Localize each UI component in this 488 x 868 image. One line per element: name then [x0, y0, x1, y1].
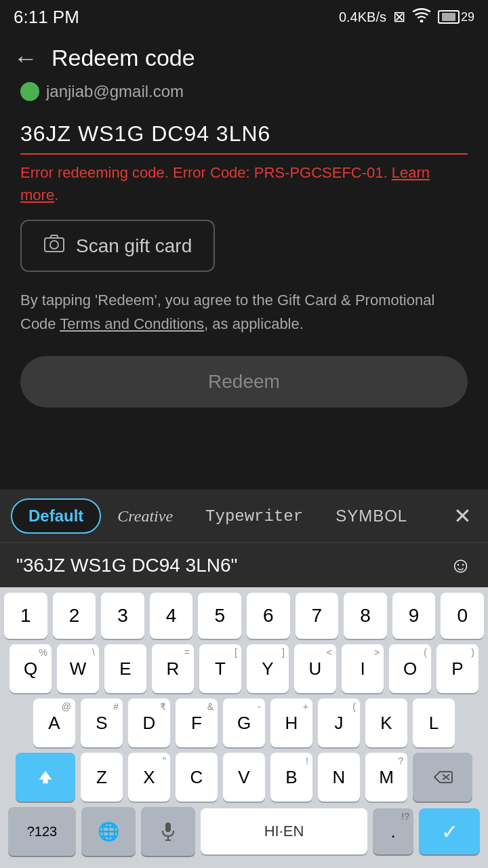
key-e[interactable]: E: [104, 644, 146, 693]
key-r[interactable]: R=: [152, 644, 194, 693]
key-l[interactable]: L: [413, 698, 455, 747]
account-email-row: janjiab@gmail.com: [20, 82, 468, 101]
key-9[interactable]: 9: [392, 593, 436, 639]
key-0[interactable]: 0: [441, 593, 484, 639]
key-q[interactable]: Q%: [9, 644, 52, 693]
scan-button-label: Scan gift card: [76, 235, 192, 257]
mic-key[interactable]: [141, 807, 195, 856]
wifi-icon: [412, 7, 431, 26]
key-x[interactable]: X": [128, 753, 170, 802]
key-a[interactable]: A@: [33, 698, 75, 747]
bottom-key-row: ?123 🌐 HI·EN !? . ✓: [4, 807, 484, 863]
emoji-button[interactable]: ☺: [449, 553, 472, 578]
terms-text: By tapping 'Redeem', you agree to the Gi…: [20, 288, 468, 336]
key-5[interactable]: 5: [198, 593, 241, 639]
signal-icon: ⊠: [393, 8, 405, 26]
number-key-row: 1 2 3 4 5 6 7 8 9 0: [4, 593, 484, 639]
email-text: janjiab@gmail.com: [46, 82, 184, 101]
svg-point-2: [50, 241, 58, 249]
main-content: janjiab@gmail.com Error redeeming code. …: [0, 82, 488, 408]
status-bar: 6:11 PM 0.4KB/s ⊠ 29: [0, 0, 488, 34]
keyboard-body: 1 2 3 4 5 6 7 8 9 0 Q% W\ E R= T[ Y] U< …: [0, 587, 488, 868]
key-d[interactable]: D₹: [128, 698, 170, 747]
scan-gift-card-button[interactable]: Scan gift card: [20, 220, 215, 272]
code-input-container: [20, 115, 468, 155]
key-i[interactable]: I>: [342, 644, 384, 693]
key-8[interactable]: 8: [344, 593, 387, 639]
redeem-code-input[interactable]: [20, 115, 468, 155]
key-h[interactable]: H+: [270, 698, 312, 747]
terms-link[interactable]: Terms and Conditions: [60, 315, 204, 332]
key-j[interactable]: J(: [318, 698, 360, 747]
redeem-button[interactable]: Redeem: [20, 356, 468, 408]
zxcv-key-row: Z X" C V B! N M?: [4, 753, 484, 802]
space-key[interactable]: HI·EN: [201, 808, 367, 854]
network-speed: 0.4KB/s: [339, 9, 386, 25]
qwerty-key-row: Q% W\ E R= T[ Y] U< I> O( P): [4, 644, 484, 693]
google-icon: [20, 82, 39, 101]
num-key[interactable]: ?123: [8, 807, 76, 856]
shift-key[interactable]: [16, 753, 75, 802]
keyboard-section: Default Creative Typewriter SYMBOL ✕ "36…: [0, 490, 488, 868]
period-key[interactable]: !? .: [373, 808, 413, 854]
key-6[interactable]: 6: [247, 593, 290, 639]
key-w[interactable]: W\: [57, 644, 99, 693]
key-2[interactable]: 2: [53, 593, 96, 639]
key-c[interactable]: C: [176, 753, 218, 802]
key-4[interactable]: 4: [150, 593, 193, 639]
font-tab-typewriter[interactable]: Typewriter: [189, 500, 319, 532]
font-tabs-row: Default Creative Typewriter SYMBOL ✕: [0, 490, 488, 542]
status-icons: 0.4KB/s ⊠ 29: [339, 7, 474, 26]
key-7[interactable]: 7: [296, 593, 339, 639]
font-tab-default[interactable]: Default: [11, 498, 101, 534]
battery-icon: 29: [438, 10, 474, 24]
back-button[interactable]: ←: [14, 46, 38, 71]
font-tab-creative[interactable]: Creative: [101, 500, 189, 532]
close-keyboard-button[interactable]: ✕: [448, 498, 477, 534]
key-u[interactable]: U<: [294, 644, 336, 693]
delete-key[interactable]: [413, 753, 472, 802]
key-o[interactable]: O(: [389, 644, 431, 693]
key-k[interactable]: K: [365, 698, 407, 747]
key-v[interactable]: V: [223, 753, 265, 802]
key-f[interactable]: F&: [176, 698, 218, 747]
asdf-key-row: A@ S# D₹ F& G- H+ J( K L: [4, 698, 484, 747]
key-3[interactable]: 3: [101, 593, 144, 639]
key-t[interactable]: T[: [199, 644, 241, 693]
error-message: Error redeeming code. Error Code: PRS-PG…: [20, 161, 468, 206]
key-z[interactable]: Z: [81, 753, 123, 802]
svg-rect-5: [165, 823, 171, 832]
camera-icon: [43, 233, 65, 258]
key-p[interactable]: P): [436, 644, 479, 693]
page-title: Redeem code: [52, 45, 195, 71]
enter-key[interactable]: ✓: [419, 808, 480, 854]
key-g[interactable]: G-: [223, 698, 265, 747]
typed-preview-row: "36JZ WS1G DC94 3LN6" ☺: [0, 542, 488, 587]
key-n[interactable]: N: [318, 753, 360, 802]
typed-text-preview: "36JZ WS1G DC94 3LN6": [16, 555, 237, 576]
status-time: 6:11 PM: [14, 7, 79, 28]
key-m[interactable]: M?: [365, 753, 407, 802]
language-key[interactable]: 🌐: [81, 807, 136, 856]
key-b[interactable]: B!: [270, 753, 312, 802]
header: ← Redeem code: [0, 34, 488, 82]
svg-point-0: [420, 20, 424, 22]
font-tab-symbol[interactable]: SYMBOL: [319, 500, 424, 532]
key-y[interactable]: Y]: [247, 644, 289, 693]
key-s[interactable]: S#: [81, 698, 123, 747]
key-1[interactable]: 1: [4, 593, 47, 639]
